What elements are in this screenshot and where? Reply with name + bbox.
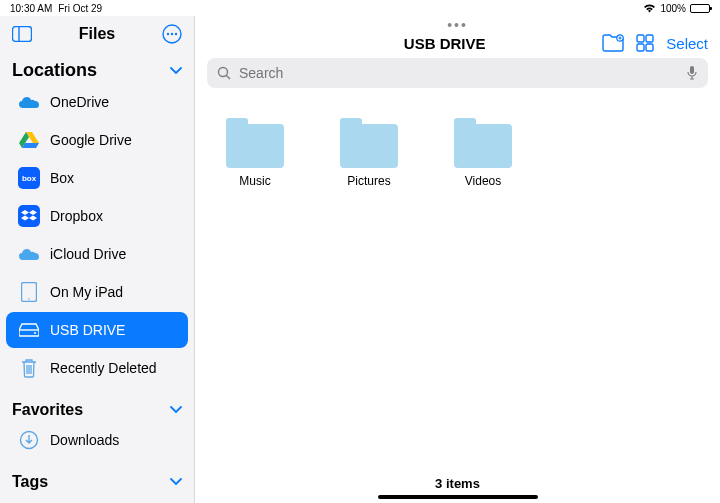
chevron-down-icon bbox=[170, 406, 182, 414]
folder-pictures[interactable]: Pictures bbox=[329, 118, 409, 468]
section-tags-label: Tags bbox=[12, 473, 48, 491]
dropbox-icon bbox=[18, 205, 40, 227]
sidebar-item-label: Recently Deleted bbox=[50, 360, 157, 376]
sidebar-title: Files bbox=[34, 25, 160, 43]
wifi-icon bbox=[643, 4, 656, 13]
drive-icon bbox=[18, 319, 40, 341]
folder-icon bbox=[454, 124, 512, 168]
sidebar-item-icloud[interactable]: iCloud Drive bbox=[6, 236, 188, 272]
section-favorites[interactable]: Favorites bbox=[0, 395, 194, 421]
downloads-icon bbox=[18, 429, 40, 451]
sidebar-item-downloads[interactable]: Downloads bbox=[6, 422, 188, 458]
sidebar: Files Locations OneDrive Google Drive bo… bbox=[0, 16, 195, 503]
svg-rect-18 bbox=[646, 44, 653, 51]
sidebar-toggle-icon[interactable] bbox=[10, 22, 34, 46]
sidebar-item-label: OneDrive bbox=[50, 94, 109, 110]
svg-point-12 bbox=[34, 332, 36, 334]
sidebar-item-label: Dropbox bbox=[50, 208, 103, 224]
search-input[interactable] bbox=[239, 65, 678, 81]
box-icon: box bbox=[18, 167, 40, 189]
page-title: USB DRIVE bbox=[287, 35, 602, 52]
sidebar-item-label: Google Drive bbox=[50, 132, 132, 148]
svg-point-4 bbox=[171, 33, 173, 35]
folder-icon bbox=[340, 124, 398, 168]
icloud-icon bbox=[18, 243, 40, 265]
sidebar-item-box[interactable]: box Box bbox=[6, 160, 188, 196]
folder-icon bbox=[226, 124, 284, 168]
multitask-dots-icon[interactable]: ••• bbox=[195, 16, 720, 34]
gdrive-icon bbox=[18, 129, 40, 151]
svg-point-19 bbox=[219, 68, 228, 77]
sidebar-item-recent[interactable]: Recently Deleted bbox=[6, 350, 188, 386]
status-date: Fri Oct 29 bbox=[58, 3, 102, 14]
sidebar-item-label: Box bbox=[50, 170, 74, 186]
section-tags[interactable]: Tags bbox=[0, 467, 194, 493]
sidebar-item-onedrive[interactable]: OneDrive bbox=[6, 84, 188, 120]
svg-rect-16 bbox=[646, 35, 653, 42]
sidebar-item-dropbox[interactable]: Dropbox bbox=[6, 198, 188, 234]
sidebar-item-label: USB DRIVE bbox=[50, 322, 125, 338]
svg-point-3 bbox=[167, 33, 169, 35]
sidebar-item-onmyipad[interactable]: On My iPad bbox=[6, 274, 188, 310]
item-count: 3 items bbox=[195, 468, 720, 495]
battery-percent: 100% bbox=[660, 3, 686, 14]
chevron-down-icon bbox=[170, 67, 182, 75]
svg-rect-21 bbox=[690, 66, 694, 74]
sidebar-item-label: On My iPad bbox=[50, 284, 123, 300]
select-button[interactable]: Select bbox=[666, 35, 708, 52]
sidebar-item-tag-home[interactable]: Home bbox=[6, 494, 188, 503]
ipad-icon bbox=[18, 281, 40, 303]
status-time: 10:30 AM bbox=[10, 3, 52, 14]
section-locations-label: Locations bbox=[12, 60, 97, 81]
status-bar: 10:30 AM Fri Oct 29 100% bbox=[0, 0, 720, 16]
folder-label: Pictures bbox=[347, 174, 390, 188]
chevron-down-icon bbox=[170, 478, 182, 486]
svg-text:box: box bbox=[22, 174, 37, 183]
section-favorites-label: Favorites bbox=[12, 401, 83, 419]
svg-rect-8 bbox=[18, 205, 40, 227]
search-icon bbox=[217, 66, 231, 80]
main-pane: ••• USB DRIVE Select Music Pictures bbox=[195, 16, 720, 503]
add-folder-icon[interactable] bbox=[602, 34, 624, 52]
sidebar-item-usb[interactable]: USB DRIVE bbox=[6, 312, 188, 348]
grid-view-icon[interactable] bbox=[636, 34, 654, 52]
onedrive-icon bbox=[18, 91, 40, 113]
svg-line-20 bbox=[227, 76, 231, 80]
sidebar-item-gdrive[interactable]: Google Drive bbox=[6, 122, 188, 158]
sidebar-item-label: Downloads bbox=[50, 432, 119, 448]
svg-rect-15 bbox=[637, 35, 644, 42]
folder-music[interactable]: Music bbox=[215, 118, 295, 468]
folder-videos[interactable]: Videos bbox=[443, 118, 523, 468]
svg-rect-17 bbox=[637, 44, 644, 51]
folder-grid: Music Pictures Videos bbox=[195, 98, 720, 468]
folder-label: Videos bbox=[465, 174, 501, 188]
section-locations[interactable]: Locations bbox=[0, 54, 194, 83]
battery-icon bbox=[690, 4, 710, 13]
svg-point-10 bbox=[28, 298, 30, 300]
svg-rect-0 bbox=[13, 27, 32, 42]
search-bar[interactable] bbox=[207, 58, 708, 88]
svg-point-5 bbox=[175, 33, 177, 35]
sidebar-item-label: iCloud Drive bbox=[50, 246, 126, 262]
folder-label: Music bbox=[239, 174, 270, 188]
home-indicator[interactable] bbox=[378, 495, 538, 499]
more-icon[interactable] bbox=[160, 22, 184, 46]
mic-icon[interactable] bbox=[686, 65, 698, 81]
trash-icon bbox=[18, 357, 40, 379]
